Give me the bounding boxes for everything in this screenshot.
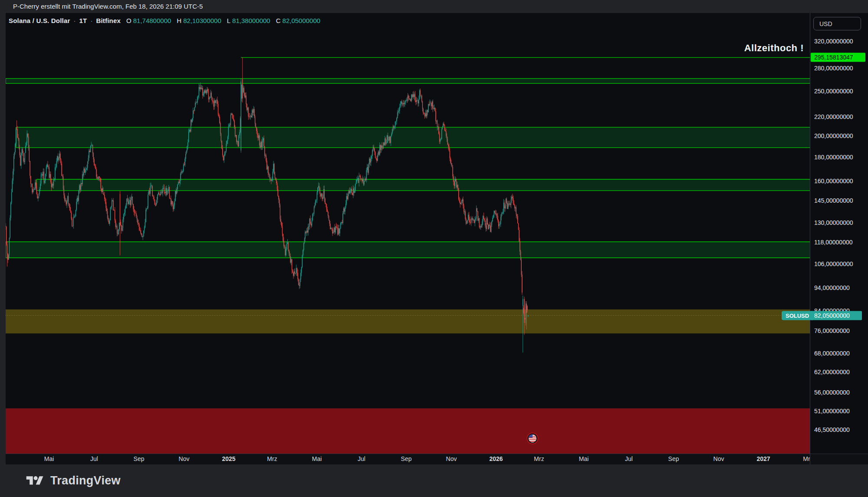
timeframe-label[interactable]: 1T [79,17,87,24]
attribution-text: P-Cherry erstellt mit TradingView.com, F… [13,3,203,10]
attribution-bar: P-Cherry erstellt mit TradingView.com, F… [0,0,868,13]
currency-button[interactable]: USD [813,17,861,30]
price-tick-label: 94,00000000 [814,284,850,291]
high-value: 82,10300000 [183,17,221,24]
time-axis[interactable]: MaiJulSepNov2025MrzMaiJulSepNov2026MrzMa… [6,454,810,464]
time-tick-label: 2027 [756,455,770,462]
zone-resistance-260[interactable] [6,79,810,83]
zone-demand-84[interactable] [6,309,810,333]
close-label: C [276,17,281,24]
low-value: 81,38000000 [232,17,270,24]
price-axis[interactable]: USD 320,00000000280,00000000250,00000000… [810,13,868,454]
time-tick-label: Jul [358,455,365,462]
legend-separator: · [73,17,76,24]
time-tick-label: Sep [668,455,679,462]
open-label: O [126,17,132,24]
price-tick-label: 250,00000000 [814,88,853,95]
time-tick-label: Sep [134,455,145,462]
time-tick-label: Mrz [534,455,544,462]
symbol-price-tag: SOLUSD [782,311,813,320]
tradingview-logo-icon[interactable] [25,474,44,487]
price-tick-label: 180,00000000 [814,154,853,161]
down-candle-wicks [6,58,527,335]
candlestick-chart[interactable] [6,13,810,454]
footer-bar: TradingView [0,464,868,497]
zone-demand-118[interactable] [6,242,810,258]
axis-corner [810,454,868,464]
price-tick-label: 62,00000000 [814,369,850,375]
ath-price-label: 295,15813047 [811,53,865,62]
price-tick-label: 118,00000000 [814,239,853,246]
price-tick-label: 68,00000000 [814,350,850,357]
price-tick-label: 145,00000000 [814,197,853,204]
left-gutter [0,13,6,464]
open-value: 81,74800000 [133,17,171,24]
time-tick-label: Nov [446,455,457,462]
price-tick-label: 320,00000000 [814,38,853,45]
chart-pane[interactable] [6,13,810,454]
time-tick-label: Jul [625,455,633,462]
tradingview-wordmark[interactable]: TradingView [50,474,121,487]
last-price-label: 82,05000000 [811,311,862,320]
time-tick-label: Sep [401,455,412,462]
price-tick-label: 46,50000000 [814,426,850,433]
time-tick-label: Nov [179,455,190,462]
chart-legend[interactable]: Solana / U.S. Dollar · 1T · Bitfinex O 8… [9,16,320,25]
price-tick-label: 280,00000000 [814,65,853,72]
price-tick-label: 56,00000000 [814,389,850,396]
time-tick-label: 2026 [489,455,503,462]
tradingview-screenshot: P-Cherry erstellt mit TradingView.com, F… [0,0,868,497]
zone-supply-200[interactable] [16,127,810,148]
price-tick-label: 160,00000000 [814,178,853,184]
time-tick-label: Nov [713,455,724,462]
up-candle-bodies [9,82,528,323]
time-tick-label: 2025 [222,455,235,462]
time-tick-label: Mai [312,455,322,462]
down-candle-bodies [6,79,527,323]
high-label: H [177,17,181,24]
time-tick-label: Mai [44,455,54,462]
time-tick-label: Mrz [803,455,810,462]
exchange-label[interactable]: Bitfinex [96,17,121,24]
zone-demand-52[interactable] [6,408,810,454]
time-tick-label: Jul [90,455,98,462]
legend-separator: · [90,17,93,24]
price-tick-label: 200,00000000 [814,132,853,139]
us-economic-event-flag[interactable] [527,433,538,444]
price-tick-label: 220,00000000 [814,113,853,120]
symbol-title[interactable]: Solana / U.S. Dollar [9,17,70,24]
time-tick-label: Mai [579,455,589,462]
low-label: L [227,17,230,24]
price-tick-label: 130,00000000 [814,219,853,226]
time-tick-label: Mrz [267,455,277,462]
price-tick-label: 106,00000000 [814,260,853,267]
close-value: 82,05000000 [283,17,321,24]
ath-annotation[interactable]: Allzeithoch ! [744,43,804,54]
price-tick-label: 76,00000000 [814,327,850,334]
price-tick-label: 51,00000000 [814,408,850,415]
